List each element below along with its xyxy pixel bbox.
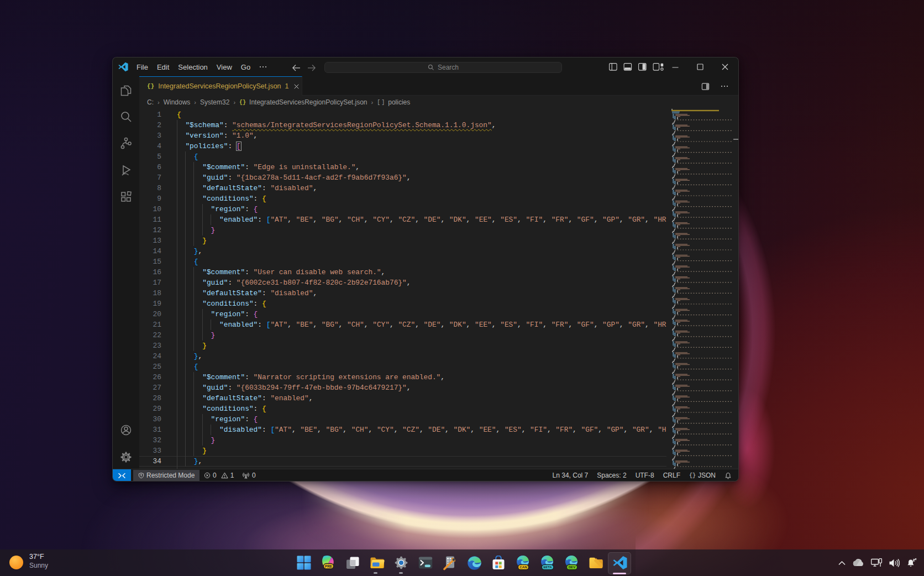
svg-text:CAN: CAN [519,565,527,569]
svg-text:PRE: PRE [325,564,333,568]
svg-text:DEV: DEV [569,565,576,569]
svg-text:BETA: BETA [543,565,552,569]
